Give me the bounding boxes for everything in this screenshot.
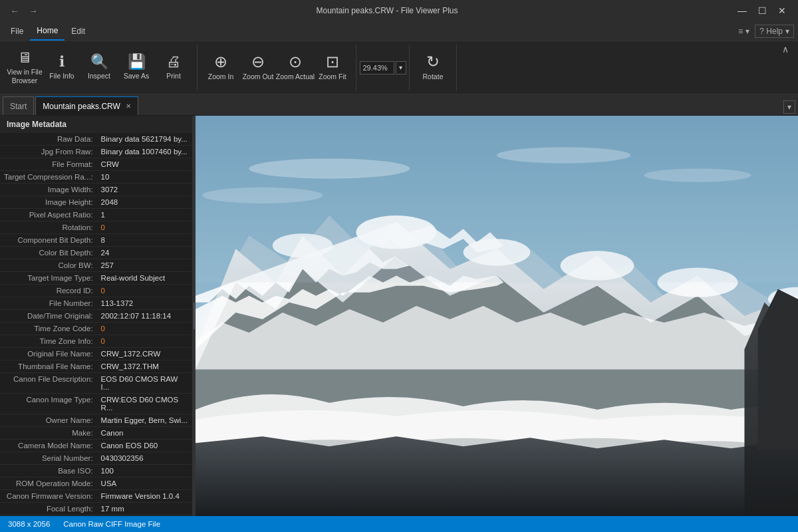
metadata-row: File Format:CRW [0,158,192,171]
metadata-key: Image Width: [0,184,97,196]
zoom-fit-button[interactable]: ⊡ Zoom Fit [315,46,350,90]
metadata-row: Serial Number:0430302356 [0,452,192,465]
metadata-key: ROM Operation Mode: [0,477,97,490]
close-button[interactable]: ✕ [773,1,791,20]
metadata-value: Real-world Subject [97,272,192,285]
metadata-key: Thumbnail File Name: [0,360,97,373]
metadata-row: Owner Name:Martin Egger, Bern, Swi... [0,414,192,427]
metadata-key: Pixel Aspect Ratio: [0,209,97,221]
save-as-label: Save As [124,72,150,80]
zoom-fit-label: Zoom Fit [319,72,346,81]
minimize-button[interactable]: — [733,1,751,20]
metadata-value: EOS D60 CMOS RAW I... [97,373,192,394]
metadata-value: CRW [97,158,192,171]
mountain-image [196,116,798,516]
print-label: Print [166,72,181,80]
metadata-value: 23.22 mm [97,515,192,517]
metadata-row: Color BW:257 [0,259,192,272]
zoom-value-input[interactable] [360,61,394,74]
metadata-key: Camera Model Name: [0,440,97,452]
help-dropdown-icon: ▾ [785,27,789,36]
settings-icon: ≡ [738,27,743,36]
metadata-row: Make:Canon [0,427,192,440]
file-info-icon: ℹ [59,55,65,69]
maximize-button[interactable]: ☐ [753,1,771,20]
metadata-table: Raw Data:Binary data 5621794 by...Jpg Fr… [0,133,192,516]
zoom-dropdown-button[interactable]: ▾ [396,61,406,74]
metadata-key: Canon Firmware Version: [0,490,97,503]
zoom-out-icon: ⊖ [251,54,265,70]
metadata-row: File Number:113-1372 [0,297,192,310]
metadata-row: Time Zone Code:0 [0,323,192,335]
ribbon: 🖥 View in FileBrowser ℹ File Info 🔍 Insp… [0,41,798,94]
metadata-value: Canon EOS D60 [97,440,192,452]
image-viewer [196,116,798,516]
metadata-row: Focal Length:17 mm [0,503,192,515]
tab-start-label: Start [10,102,27,111]
window-title: Mountain peaks.CRW - File Viewer Plus [41,6,733,15]
metadata-row: Canon Image Type:CRW:EOS D60 CMOS R... [0,394,192,414]
zoom-in-button[interactable]: ⊕ Zoom In [203,46,239,90]
tab-start[interactable]: Start [3,96,34,115]
tab-mountain-peaks[interactable]: Mountain peaks.CRW ✕ [35,96,138,115]
metadata-row: Original File Name:CRW_1372.CRW [0,348,192,360]
zoom-actual-icon: ⊙ [289,54,302,70]
settings-button[interactable]: ≡ ▾ [738,27,749,36]
metadata-key: Color Bit Depth: [0,247,97,259]
metadata-value: 8 [97,234,192,247]
zoom-actual-button[interactable]: ⊙ Zoom Actual [277,46,313,90]
tab-close-button[interactable]: ✕ [126,102,131,110]
rotate-button[interactable]: ↻ Rotate [415,46,451,90]
save-as-button[interactable]: 💾 Save As [118,46,154,90]
metadata-value: 0 [97,285,192,297]
metadata-key: Image Height: [0,196,97,209]
inspect-button[interactable]: 🔍 Inspect [81,46,117,90]
metadata-row: Base ISO:100 [0,465,192,477]
metadata-value: 2002:12:07 11:18:14 [97,310,192,323]
metadata-row: Record ID:0 [0,285,192,297]
metadata-row: Time Zone Info:0 [0,335,192,348]
tab-mountain-peaks-label: Mountain peaks.CRW [43,102,120,111]
svg-marker-12 [196,436,798,516]
menu-edit[interactable]: Edit [65,22,92,41]
tabs-scroll-button[interactable]: ▾ [783,100,795,114]
metadata-row: Camera Model Name:Canon EOS D60 [0,440,192,452]
metadata-key: Target Compression Ra...: [0,171,97,184]
menu-file[interactable]: File [4,22,30,41]
metadata-value: Martin Egger, Bern, Swi... [97,414,192,427]
metadata-row: Rotation:0 [0,221,192,234]
forward-button[interactable]: → [25,3,41,19]
metadata-row: Thumbnail File Name:CRW_1372.THM [0,360,192,373]
title-nav: ← → [7,3,41,19]
ribbon-group-zoom: ⊕ Zoom In ⊖ Zoom Out ⊙ Zoom Actual ⊡ Zoo… [203,45,356,91]
help-label: ? Help [759,27,783,36]
print-button[interactable]: 🖨 Print [156,46,192,90]
ribbon-collapse-button[interactable]: ∧ [779,41,791,57]
metadata-value: 100 [97,465,192,477]
view-in-file-browser-button[interactable]: 🖥 View in FileBrowser [7,46,43,90]
back-button[interactable]: ← [7,3,23,19]
inspect-icon: 🔍 [90,55,108,69]
metadata-value: CRW_1372.CRW [97,348,192,360]
zoom-out-label: Zoom Out [243,72,274,81]
file-info-button[interactable]: ℹ File Info [44,46,80,90]
metadata-row: Raw Data:Binary data 5621794 by... [0,133,192,146]
metadata-value: Canon [97,427,192,440]
status-bar: 3088 x 2056 Canon Raw CIFF Image File [0,516,798,532]
help-button[interactable]: ? Help ▾ [755,25,794,38]
metadata-key: Time Zone Info: [0,335,97,348]
metadata-key: Canon Image Type: [0,394,97,414]
menu-home[interactable]: Home [30,22,65,41]
zoom-actual-label: Zoom Actual [276,72,315,81]
metadata-key: Base ISO: [0,465,97,477]
metadata-row: Canon File Description:EOS D60 CMOS RAW … [0,373,192,394]
zoom-out-button[interactable]: ⊖ Zoom Out [240,46,276,90]
zoom-fit-icon: ⊡ [326,54,339,70]
ribbon-group-file: 🖥 View in FileBrowser ℹ File Info 🔍 Insp… [7,45,198,91]
metadata-panel: Image Metadata Raw Data:Binary data 5621… [0,116,193,516]
metadata-value: 113-1372 [97,297,192,310]
metadata-key: File Format: [0,158,97,171]
menu-bar-right: ≡ ▾ ? Help ▾ [738,25,794,38]
metadata-value: 0 [97,335,192,348]
metadata-value: 0 [97,323,192,335]
